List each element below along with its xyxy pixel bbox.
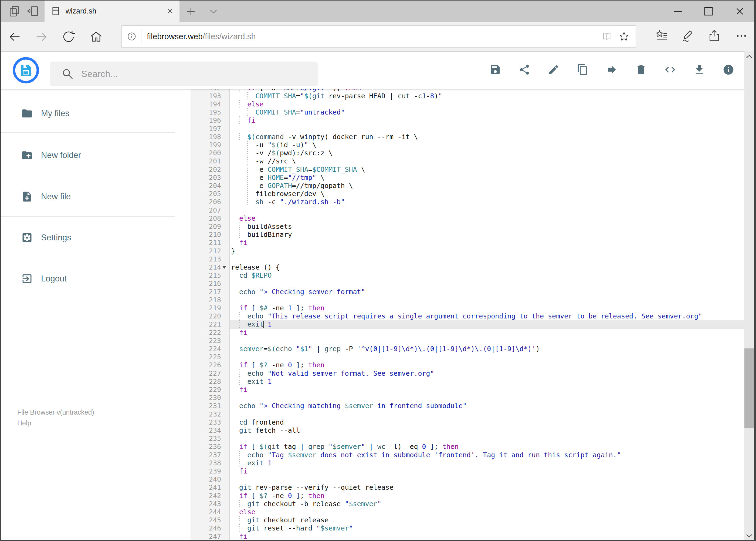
code-line-208[interactable]: 208 else xyxy=(176,215,744,223)
sidebar-item-logout[interactable]: Logout xyxy=(0,264,176,293)
new-tab-button[interactable] xyxy=(185,6,196,17)
code-line-231[interactable]: 231 echo "> Checking matching $semver in… xyxy=(176,402,744,410)
share-button[interactable] xyxy=(519,64,530,76)
code-line-207[interactable]: 207 xyxy=(176,206,744,215)
search-input[interactable] xyxy=(81,68,318,79)
favorite-star-icon[interactable] xyxy=(619,31,630,42)
code-line-216[interactable]: 216 xyxy=(176,279,744,287)
code-line-232[interactable]: 232 xyxy=(176,410,744,418)
code-line-242[interactable]: 242 if [ $? -ne 0 ]; then xyxy=(176,492,744,500)
move-button[interactable] xyxy=(606,64,618,76)
copy-button[interactable] xyxy=(577,64,589,76)
filebrowser-logo[interactable] xyxy=(12,57,39,84)
refresh-icon[interactable] xyxy=(62,30,76,44)
code-line-228[interactable]: 228 exit 1 xyxy=(176,377,744,386)
code-line-214[interactable]: 214release () { xyxy=(176,264,744,271)
code-line-224[interactable]: 224 semver=$(echo "$1" | grep -P '^v(0|[… xyxy=(176,345,744,353)
code-line-201[interactable]: 201 -w //src \ xyxy=(176,157,744,165)
browser-tab[interactable]: wizard.sh xyxy=(45,0,179,22)
sidebar-item-my-files[interactable]: My files xyxy=(0,99,176,128)
code-line-240[interactable]: 240 xyxy=(176,475,744,483)
scrollbar-thumb[interactable] xyxy=(744,348,754,428)
code-line-222[interactable]: 222 fi xyxy=(176,329,744,337)
code-line-193[interactable]: 193 COMMIT_SHA="$(git rev-parse HEAD | c… xyxy=(176,92,744,100)
code-line-204[interactable]: 204 -e GOPATH=//tmp/gopath \ xyxy=(176,182,744,190)
forward-icon[interactable] xyxy=(35,30,49,44)
code-line-226[interactable]: 226 if [ $? -ne 0 ]; then xyxy=(176,361,744,369)
code-line-220[interactable]: 220 echo "This release script requires a… xyxy=(176,312,744,320)
raw-view-button[interactable] xyxy=(664,64,676,76)
code-line-225[interactable]: 225 xyxy=(176,353,744,361)
code-line-210[interactable]: 210 buildBinary xyxy=(176,231,744,239)
code-line-194[interactable]: 194 else xyxy=(176,100,744,108)
code-line-202[interactable]: 202 -e COMMIT_SHA=$COMMIT_SHA \ xyxy=(176,166,744,174)
code-line-229[interactable]: 229 fi xyxy=(176,386,744,394)
code-line-239[interactable]: 239 fi xyxy=(176,467,744,475)
code-line-213[interactable]: 213 xyxy=(176,255,744,264)
fold-marker-icon[interactable] xyxy=(222,266,226,269)
code-line-197[interactable]: 197 xyxy=(176,125,744,133)
code-line-223[interactable]: 223 xyxy=(176,337,744,345)
help-link[interactable]: Help xyxy=(17,419,31,427)
home-icon[interactable] xyxy=(89,30,103,44)
code-line-192[interactable]: 192 if [ -d "$REPO/.git" ]; then xyxy=(176,89,744,92)
scroll-down-icon[interactable] xyxy=(744,531,754,540)
code-editor[interactable]: 192 if [ -d "$REPO/.git" ]; then193 COMM… xyxy=(176,89,744,541)
back-icon[interactable] xyxy=(8,30,22,44)
url-text[interactable]: filebrowser.web/files/wizard.sh xyxy=(147,32,601,41)
favorites-hub-icon[interactable] xyxy=(655,29,668,43)
code-line-209[interactable]: 209 buildAssets xyxy=(176,223,744,231)
code-line-205[interactable]: 205 filebrowser/dev \ xyxy=(176,190,744,198)
code-line-244[interactable]: 244 else xyxy=(176,508,744,516)
code-line-227[interactable]: 227 echo "Not valid semver format. See s… xyxy=(176,369,744,377)
code-line-237[interactable]: 237 echo "Tag $semver does not exist in … xyxy=(176,451,744,459)
code-line-196[interactable]: 196 fi xyxy=(176,116,744,125)
code-line-234[interactable]: 234 git fetch --all xyxy=(176,426,744,435)
rename-button[interactable] xyxy=(548,64,560,76)
code-line-238[interactable]: 238 exit 1 xyxy=(176,459,744,467)
code-line-200[interactable]: 200 -v /$(pwd):/src:z \ xyxy=(176,149,744,157)
download-button[interactable] xyxy=(693,64,705,76)
set-tabs-aside-icon[interactable] xyxy=(26,4,40,18)
code-line-215[interactable]: 215 cd $REPO xyxy=(176,271,744,279)
save-button[interactable] xyxy=(489,64,501,76)
reading-view-icon[interactable] xyxy=(601,31,613,42)
code-line-211[interactable]: 211 fi xyxy=(176,239,744,247)
code-line-195[interactable]: 195 COMMIT_SHA="untracked" xyxy=(176,108,744,116)
delete-button[interactable] xyxy=(635,64,647,76)
code-line-246[interactable]: 246 git reset --hard "$semver" xyxy=(176,524,744,532)
code-line-199[interactable]: 199 -u "$(id -u)" \ xyxy=(176,141,744,149)
code-line-203[interactable]: 203 -e HOME="//tmp" \ xyxy=(176,174,744,182)
code-line-198[interactable]: 198 $(command -v winpty) docker run --rm… xyxy=(176,133,744,141)
window-close-button[interactable] xyxy=(733,5,746,18)
site-info-icon[interactable] xyxy=(126,31,137,42)
code-line-217[interactable]: 217 echo "> Checking semver format" xyxy=(176,288,744,296)
sidebar-item-new-file[interactable]: New file xyxy=(0,182,176,212)
sidebar-item-new-folder[interactable]: New folder xyxy=(0,141,176,170)
tab-close-icon[interactable] xyxy=(165,6,175,16)
code-line-233[interactable]: 233 cd frontend xyxy=(176,418,744,426)
code-line-245[interactable]: 245 git checkout release xyxy=(176,516,744,524)
code-line-212[interactable]: 212} xyxy=(176,247,744,255)
sidebar-item-settings[interactable]: Settings xyxy=(0,223,176,253)
code-line-218[interactable]: 218 xyxy=(176,296,744,304)
code-line-230[interactable]: 230 xyxy=(176,394,744,402)
scroll-up-icon[interactable] xyxy=(744,52,754,62)
code-line-221[interactable]: 221 exit 1 xyxy=(176,320,744,328)
more-options-icon[interactable] xyxy=(735,29,748,43)
code-line-235[interactable]: 235 xyxy=(176,435,744,443)
window-maximize-button[interactable] xyxy=(702,5,715,18)
window-minimize-button[interactable] xyxy=(671,5,684,18)
address-bar[interactable]: filebrowser.web/files/wizard.sh xyxy=(122,25,636,48)
page-scrollbar[interactable] xyxy=(744,51,754,541)
code-line-206[interactable]: 206 sh -c "./wizard.sh -b" xyxy=(176,198,744,206)
code-line-241[interactable]: 241 git rev-parse --verify --quiet relea… xyxy=(176,483,744,492)
search-box[interactable] xyxy=(50,62,318,86)
code-line-219[interactable]: 219 if [ $# -ne 1 ]; then xyxy=(176,304,744,312)
ink-note-icon[interactable] xyxy=(681,29,694,43)
info-button[interactable] xyxy=(722,64,734,76)
code-line-236[interactable]: 236 if [ $(git tag | grep "$semver" | wc… xyxy=(176,443,744,451)
code-line-247[interactable]: 247 fi xyxy=(176,533,744,541)
code-line-243[interactable]: 243 git checkout -b release "$semver" xyxy=(176,500,744,508)
tab-list-chevron-icon[interactable] xyxy=(208,6,219,17)
